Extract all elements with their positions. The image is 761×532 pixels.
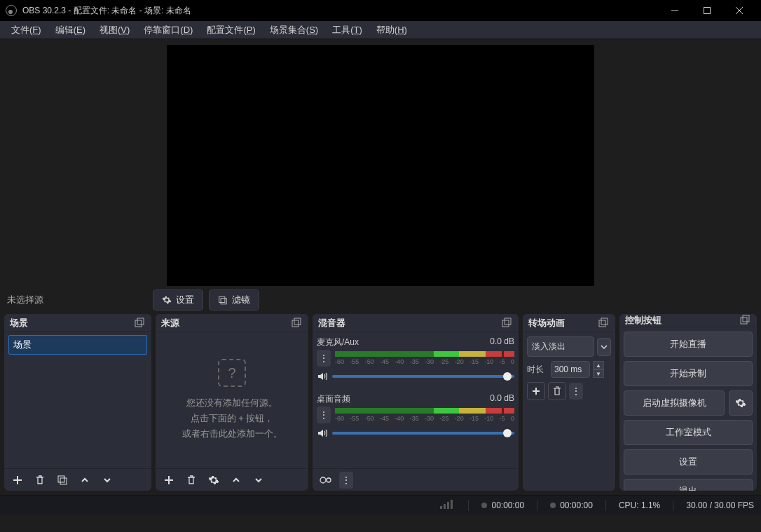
mixer-channel: 桌面音频 0.0 dB ⋮ -60-55-50-45-40-35-30-25-2… <box>313 389 519 446</box>
sources-empty-line1: 您还没有添加任何源。 <box>186 395 277 411</box>
popout-icon[interactable] <box>502 318 513 329</box>
plus-icon <box>163 475 174 486</box>
chevron-up-icon <box>231 475 241 485</box>
menu-scene-collection[interactable]: 场景集合(S) <box>263 22 325 39</box>
filters-icon <box>218 295 228 305</box>
svg-rect-3 <box>135 320 142 327</box>
menu-docks[interactable]: 停靠窗口(D) <box>137 22 200 39</box>
exit-button[interactable]: 退出 <box>624 479 753 491</box>
trash-icon <box>186 475 197 486</box>
speaker-icon[interactable] <box>317 428 328 439</box>
svg-rect-10 <box>505 318 511 325</box>
audio-mixer-dock: 混音器 麦克风/Aux 0.0 dB ⋮ -60-55-50-45-40-35-… <box>313 314 519 491</box>
move-scene-up-button[interactable] <box>76 471 94 489</box>
sources-title: 来源 <box>161 317 179 329</box>
source-properties-label: 设置 <box>176 294 194 306</box>
transition-select[interactable]: 淡入淡出 <box>527 336 594 357</box>
scenes-dock: 场景 场景 <box>4 314 151 491</box>
transition-dropdown-button[interactable] <box>597 338 611 356</box>
popout-icon[interactable] <box>135 318 146 329</box>
start-recording-button[interactable]: 开始录制 <box>624 361 753 386</box>
channel-name: 桌面音频 <box>317 393 350 405</box>
title-bar: OBS 30.2.3 - 配置文件: 未命名 - 场景: 未命名 <box>0 0 761 21</box>
virtual-cam-settings-button[interactable] <box>729 390 753 416</box>
add-transition-button[interactable] <box>527 382 545 400</box>
chevron-down-icon <box>601 343 608 350</box>
source-properties-button[interactable]: 设置 <box>153 289 203 311</box>
window-title: OBS 30.2.3 - 配置文件: 未命名 - 场景: 未命名 <box>22 5 659 17</box>
add-scene-button[interactable] <box>8 471 27 489</box>
move-source-down-button[interactable] <box>249 471 268 489</box>
vu-meter <box>335 351 514 357</box>
settings-button[interactable]: 设置 <box>624 449 753 475</box>
popout-icon[interactable] <box>598 318 610 329</box>
move-source-up-button[interactable] <box>227 471 245 489</box>
source-filters-label: 滤镜 <box>232 294 250 306</box>
mixer-menu-button[interactable]: ⋮ <box>339 472 353 489</box>
menu-file[interactable]: 文件(F) <box>4 22 48 39</box>
record-time: 00:00:00 <box>550 500 593 510</box>
svg-rect-5 <box>58 476 64 482</box>
studio-mode-button[interactable]: 工作室模式 <box>624 420 753 445</box>
menu-tools[interactable]: 工具(T) <box>325 22 369 39</box>
popout-icon[interactable] <box>740 315 751 326</box>
db-scale: -60-55-50-45-40-35-30-25-20-15-10-50 <box>335 415 514 422</box>
svg-rect-7 <box>292 320 299 327</box>
filter-stack-icon <box>57 475 68 486</box>
maximize-button[interactable] <box>691 0 723 21</box>
channel-name: 麦克风/Aux <box>317 336 359 348</box>
network-icon <box>440 500 455 511</box>
status-bar: 00:00:00 00:00:00 CPU: 1.1% 30.00 / 30.0… <box>0 495 761 514</box>
gear-icon <box>162 295 172 305</box>
duration-up-button[interactable]: ▲ <box>593 361 604 369</box>
volume-slider[interactable] <box>332 375 514 378</box>
plus-icon <box>531 386 541 396</box>
close-button[interactable] <box>723 0 755 21</box>
duration-down-button[interactable]: ▼ <box>593 369 604 378</box>
sources-empty-line2: 点击下面的 + 按钮， <box>191 411 274 426</box>
source-settings-button[interactable] <box>205 471 223 489</box>
popout-icon[interactable] <box>292 318 303 329</box>
menu-edit[interactable]: 编辑(E) <box>48 22 92 39</box>
start-virtual-cam-button[interactable]: 启动虚拟摄像机 <box>624 390 725 416</box>
cpu-usage: CPU: 1.1% <box>619 500 660 510</box>
gear-icon <box>208 475 219 486</box>
preview-canvas[interactable] <box>167 45 594 286</box>
menu-help[interactable]: 帮助(H) <box>369 22 414 39</box>
source-context-bar: 未选择源 设置 滤镜 <box>0 286 761 314</box>
channel-db: 0.0 dB <box>490 336 514 348</box>
sources-empty-state[interactable]: ? 您还没有添加任何源。 点击下面的 + 按钮， 或者右击此处添加一个。 <box>156 332 308 468</box>
remove-transition-button[interactable] <box>548 382 566 400</box>
transition-duration-input[interactable]: 300 ms <box>551 361 590 378</box>
gear-icon <box>735 397 746 409</box>
controls-title: 控制按钮 <box>625 314 661 327</box>
duration-label: 时长 <box>527 364 548 376</box>
scenes-title: 场景 <box>10 317 28 329</box>
start-streaming-button[interactable]: 开始直播 <box>624 332 753 357</box>
chevron-down-icon <box>254 475 263 485</box>
remove-source-button[interactable] <box>182 471 200 489</box>
transition-menu-button[interactable]: ⋮ <box>569 383 583 400</box>
add-source-button[interactable] <box>160 471 178 489</box>
chevron-up-icon <box>80 475 90 485</box>
svg-rect-1 <box>219 296 225 302</box>
remove-scene-button[interactable] <box>31 471 49 489</box>
move-scene-down-button[interactable] <box>98 471 116 489</box>
svg-rect-14 <box>601 318 608 325</box>
context-label: 未选择源 <box>7 294 147 306</box>
svg-rect-13 <box>599 320 605 327</box>
trash-icon <box>552 386 562 396</box>
scene-filters-button[interactable] <box>53 471 71 489</box>
menu-profile[interactable]: 配置文件(P) <box>200 22 262 39</box>
scene-item[interactable]: 场景 <box>8 335 147 355</box>
volume-slider[interactable] <box>332 432 514 435</box>
speaker-icon[interactable] <box>317 371 328 382</box>
channel-menu-button[interactable]: ⋮ <box>317 407 331 423</box>
advanced-audio-button[interactable] <box>317 471 335 489</box>
minimize-button[interactable] <box>659 0 691 21</box>
channel-menu-button[interactable]: ⋮ <box>317 350 331 367</box>
menu-view[interactable]: 视图(V) <box>92 22 137 39</box>
docks-row: 场景 场景 来源 ? 您还没有添加任何源。 点击下面的 + 按钮， 或者 <box>0 314 761 491</box>
source-filters-button[interactable]: 滤镜 <box>209 289 259 311</box>
fps-counter: 30.00 / 30.00 FPS <box>686 500 754 510</box>
